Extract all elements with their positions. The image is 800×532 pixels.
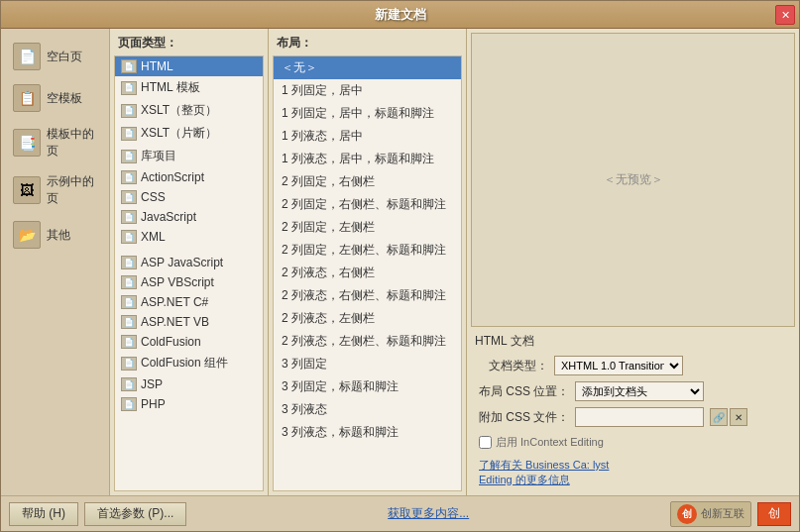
layout-list-item[interactable]: 2 列固定，右侧栏: [274, 170, 461, 193]
page-type-label: ASP.NET VB: [141, 315, 209, 329]
page-type-column: 页面类型： 📄HTML📄HTML 模板📄XSLT（整页）📄XSLT（片断）📄库项…: [110, 29, 269, 495]
page-type-icon: 📄: [121, 295, 137, 309]
page-type-label: HTML 模板: [141, 79, 200, 96]
layout-list-item[interactable]: 3 列液态，标题和脚注: [274, 421, 461, 444]
layout-list-item[interactable]: 2 列液态，左侧栏、标题和脚注: [274, 330, 461, 353]
page-type-item[interactable]: 📄ASP JavaScript: [115, 253, 263, 272]
layout-header: 布局：: [269, 29, 466, 55]
watermark-icon: 创: [677, 504, 697, 524]
dialog-content: 📄 空白页 📋 空模板 📑 模板中的页 🖼 示例中的页 📂 其他 页面类型：: [1, 29, 799, 495]
attach-css-label: 附加 CSS 文件：: [479, 409, 569, 426]
page-type-item[interactable]: 📄ColdFusion: [115, 332, 263, 352]
layout-list-item[interactable]: 2 列液态，右侧栏: [274, 262, 461, 284]
page-type-item[interactable]: 📄ColdFusion 组件: [115, 352, 263, 374]
layout-list-item[interactable]: 1 列固定，居中，标题和脚注: [274, 102, 461, 125]
layout-list-item[interactable]: 2 列固定，左侧栏: [274, 216, 461, 239]
page-type-item[interactable]: 📄HTML 模板: [115, 76, 263, 99]
layout-list-item[interactable]: ＜无＞: [274, 56, 461, 79]
left-panel: 📄 空白页 📋 空模板 📑 模板中的页 🖼 示例中的页 📂 其他: [1, 29, 110, 495]
css-link-icon[interactable]: 🔗: [710, 408, 728, 426]
watermark-text: 创新互联: [701, 506, 744, 521]
page-type-item[interactable]: 📄ASP.NET VB: [115, 312, 263, 332]
create-button[interactable]: 创: [757, 502, 791, 526]
page-type-item[interactable]: 📄ASP.NET C#: [115, 292, 263, 312]
page-type-icon: 📄: [121, 104, 137, 118]
layout-list-item[interactable]: 1 列固定，居中: [274, 79, 461, 102]
get-more-link[interactable]: 获取更多内容...: [388, 505, 469, 522]
left-item-blank-template[interactable]: 📋 空模板: [5, 78, 105, 118]
new-document-dialog: 新建文档 ✕ 📄 空白页 📋 空模板 📑 模板中的页 🖼 示例中的页 📂 其他: [0, 0, 800, 532]
page-type-icon: 📄: [121, 377, 137, 391]
css-action-icons: 🔗 ✕: [710, 408, 747, 426]
preview-box: ＜无预览＞: [471, 33, 795, 327]
left-item-label-blank: 空白页: [47, 49, 82, 65]
layout-css-select[interactable]: 添加到文档头: [575, 381, 704, 401]
page-type-item[interactable]: 📄库项目: [115, 145, 263, 167]
layout-list-item[interactable]: 1 列液态，居中: [274, 125, 461, 148]
page-type-item[interactable]: 📄XSLT（整页）: [115, 99, 263, 122]
preview-label: ＜无预览＞: [604, 171, 663, 188]
incontext-checkbox[interactable]: [479, 436, 492, 449]
help-button[interactable]: 帮助 (H): [9, 502, 78, 526]
page-type-item[interactable]: 📄ASP VBScript: [115, 272, 263, 292]
left-item-icon-blank-template: 📋: [13, 84, 41, 112]
layout-css-label: 布局 CSS 位置：: [479, 383, 569, 400]
page-type-item[interactable]: 📄CSS: [115, 187, 263, 207]
page-type-label: XSLT（片断）: [141, 125, 217, 142]
page-type-item[interactable]: 📄ActionScript: [115, 167, 263, 187]
close-button[interactable]: ✕: [775, 5, 795, 25]
left-item-example-page[interactable]: 🖼 示例中的页: [5, 167, 105, 213]
page-type-icon: 📄: [121, 150, 137, 163]
business-catalyst-link[interactable]: 了解有关 Business Ca: lystEditing 的更多信息: [479, 459, 609, 485]
page-type-item[interactable]: 📄XSLT（片断）: [115, 122, 263, 145]
page-type-label: PHP: [141, 397, 166, 411]
page-type-label: XSLT（整页）: [141, 102, 217, 119]
attach-css-input[interactable]: [575, 407, 704, 427]
page-type-label: HTML: [141, 59, 173, 73]
left-item-blank[interactable]: 📄 空白页: [5, 37, 105, 76]
css-delete-icon[interactable]: ✕: [730, 408, 747, 426]
page-type-item[interactable]: 📄HTML: [115, 56, 263, 76]
layout-list[interactable]: ＜无＞1 列固定，居中1 列固定，居中，标题和脚注1 列液态，居中1 列液态，居…: [273, 55, 462, 491]
page-type-item[interactable]: 📄PHP: [115, 394, 263, 414]
doc-type-select[interactable]: XHTML 1.0 Transitional: [554, 356, 683, 375]
page-type-item[interactable]: 📄JavaScript: [115, 207, 263, 227]
left-item-label-other: 其他: [47, 227, 70, 244]
left-item-template-page[interactable]: 📑 模板中的页: [5, 120, 105, 165]
layout-list-item[interactable]: 2 列固定，右侧栏、标题和脚注: [274, 193, 461, 216]
page-type-item[interactable]: 📄JSP: [115, 374, 263, 394]
page-type-icon: 📄: [121, 59, 137, 73]
watermark: 创 创新互联: [670, 501, 751, 527]
prefs-button[interactable]: 首选参数 (P)...: [84, 502, 186, 526]
incontext-label: 启用 InContext Editing: [496, 435, 604, 450]
page-type-label: ASP VBScript: [141, 275, 214, 289]
bottom-bar: 帮助 (H) 首选参数 (P)... 获取更多内容... 创 创新互联 创: [1, 495, 799, 531]
layout-list-item[interactable]: 1 列液态，居中，标题和脚注: [274, 148, 461, 170]
page-type-header: 页面类型：: [110, 29, 268, 55]
layout-list-item[interactable]: 2 列液态，右侧栏、标题和脚注: [274, 284, 461, 307]
dialog-title: 新建文档: [375, 6, 426, 24]
page-type-icon: 📄: [121, 275, 137, 289]
layout-list-item[interactable]: 2 列固定，左侧栏、标题和脚注: [274, 239, 461, 262]
page-type-icon: 📄: [121, 127, 137, 141]
doc-type-row: 文档类型： XHTML 1.0 Transitional: [479, 356, 787, 375]
page-type-icon: 📄: [121, 81, 137, 95]
layout-column: 布局： ＜无＞1 列固定，居中1 列固定，居中，标题和脚注1 列液态，居中1 列…: [269, 29, 467, 495]
left-item-icon-example-page: 🖼: [13, 176, 41, 204]
attach-css-row: 附加 CSS 文件： 🔗 ✕: [479, 407, 787, 427]
html-doc-label: HTML 文档: [471, 331, 795, 352]
left-item-other[interactable]: 📂 其他: [5, 215, 105, 255]
page-type-icon: 📄: [121, 256, 137, 269]
link-container: 了解有关 Business Ca: lystEditing 的更多信息: [479, 458, 787, 487]
page-type-icon: 📄: [121, 170, 137, 184]
incontext-row: 启用 InContext Editing: [479, 433, 787, 452]
page-type-label: CSS: [141, 190, 166, 204]
page-type-label: ActionScript: [141, 170, 204, 184]
layout-list-item[interactable]: 3 列固定，标题和脚注: [274, 375, 461, 398]
layout-list-item[interactable]: 3 列固定: [274, 353, 461, 375]
preview-column: ＜无预览＞ HTML 文档 文档类型： XHTML 1.0 Transition…: [467, 29, 799, 495]
layout-list-item[interactable]: 3 列液态: [274, 398, 461, 421]
page-type-list[interactable]: 📄HTML📄HTML 模板📄XSLT（整页）📄XSLT（片断）📄库项目📄Acti…: [114, 55, 264, 491]
layout-list-item[interactable]: 2 列液态，左侧栏: [274, 307, 461, 330]
page-type-item[interactable]: 📄XML: [115, 227, 263, 247]
